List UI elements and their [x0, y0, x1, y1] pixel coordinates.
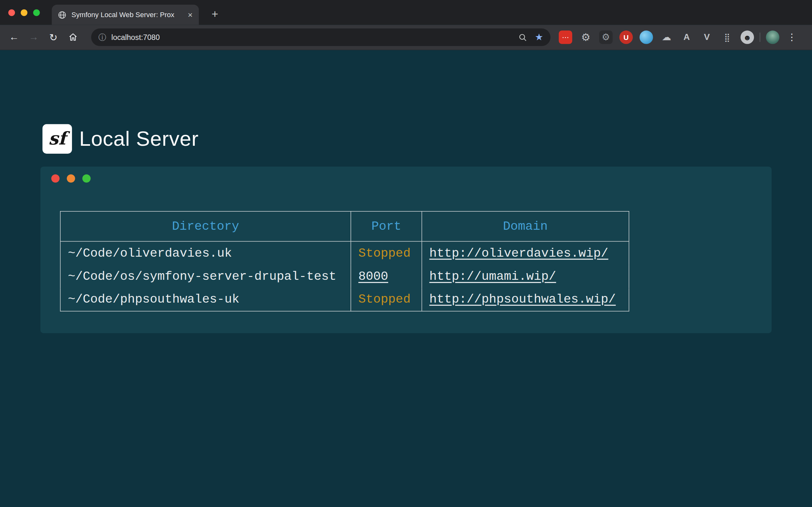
- browser-tab[interactable]: Symfony Local Web Server: Prox ×: [52, 5, 199, 25]
- tab-title: Symfony Local Web Server: Prox: [71, 11, 184, 18]
- back-button[interactable]: ←: [5, 29, 23, 46]
- url-text: localhost:7080: [111, 33, 160, 41]
- extension-ublock-icon[interactable]: U: [619, 31, 633, 44]
- extension-red-dots-icon[interactable]: ⋯: [559, 31, 572, 44]
- port-cell: Stopped: [351, 241, 422, 265]
- terminal-panel: Directory Port Domain ~/Code/oliverdavie…: [40, 167, 771, 333]
- table-row: ~/Code/phpsouthwales-uk Stopped http://p…: [60, 288, 629, 311]
- window-controls: [8, 0, 40, 25]
- globe-favicon-icon: [58, 10, 66, 19]
- domain-link[interactable]: http://phpsouthwales.wip/: [429, 292, 616, 306]
- extension-cloud-icon[interactable]: ☁: [660, 31, 673, 44]
- home-button[interactable]: [64, 29, 82, 46]
- directory-cell: ~/Code/os/symfony-server-drupal-test: [60, 265, 351, 288]
- status-stopped: Stopped: [358, 246, 411, 260]
- directory-cell: ~/Code/phpsouthwales-uk: [60, 288, 351, 311]
- page-content: sf Local Server Directory Port Domain: [0, 50, 812, 507]
- domain-link[interactable]: http://oliverdavies.wip/: [429, 246, 608, 260]
- bookmark-star-icon[interactable]: ★: [535, 32, 543, 43]
- panel-green-dot: [83, 174, 91, 182]
- browser-window: Symfony Local Web Server: Prox × + ← → ↻…: [0, 0, 812, 507]
- browser-menu-icon[interactable]: ⋮: [786, 32, 798, 43]
- extension-gear-icon[interactable]: ⚙: [579, 31, 592, 44]
- directory-cell: ~/Code/oliverdavies.uk: [60, 241, 351, 265]
- browser-toolbar: ← → ↻ ⓘ localhost:7080 ★ ⋯ ⚙ ⚙ U: [0, 25, 812, 50]
- domain-cell: http://oliverdavies.wip/: [422, 241, 629, 265]
- header-domain: Domain: [422, 211, 629, 241]
- extension-dots-grid-icon[interactable]: ⣿: [720, 31, 734, 44]
- close-window-button[interactable]: [8, 9, 15, 16]
- tab-strip: Symfony Local Web Server: Prox × +: [0, 0, 812, 25]
- tab-close-icon[interactable]: ×: [188, 10, 193, 19]
- extensions-bar: ⋯ ⚙ ⚙ U ☁ A V ⣿ ☻: [559, 31, 754, 44]
- table-row: ~/Code/os/symfony-server-drupal-test 800…: [60, 265, 629, 288]
- domain-cell: http://umami.wip/: [422, 265, 629, 288]
- table-row: ~/Code/oliverdavies.uk Stopped http://ol…: [60, 241, 629, 265]
- reload-button[interactable]: ↻: [44, 29, 62, 46]
- header-port: Port: [351, 211, 422, 241]
- panel-orange-dot: [67, 174, 75, 182]
- domain-cell: http://phpsouthwales.wip/: [422, 288, 629, 311]
- symfony-logo-glyph: sf: [49, 127, 66, 148]
- new-tab-button[interactable]: +: [207, 6, 223, 22]
- extension-octocat-icon[interactable]: ☻: [741, 31, 754, 44]
- extension-letter-a-icon[interactable]: A: [680, 31, 693, 44]
- extension-letter-v-icon[interactable]: V: [700, 31, 713, 44]
- port-cell: Stopped: [351, 288, 422, 311]
- zoom-icon[interactable]: [518, 32, 527, 42]
- status-stopped: Stopped: [358, 292, 411, 306]
- page-title: Local Server: [79, 127, 199, 151]
- symfony-logo: sf: [43, 124, 72, 154]
- site-info-icon[interactable]: ⓘ: [98, 32, 106, 42]
- table-header-row: Directory Port Domain: [60, 211, 629, 241]
- port-link[interactable]: 8000: [358, 269, 388, 283]
- panel-window-dots: [51, 174, 91, 182]
- profile-avatar[interactable]: [766, 31, 779, 44]
- header-directory: Directory: [60, 211, 351, 241]
- servers-table: Directory Port Domain ~/Code/oliverdavie…: [60, 211, 629, 312]
- minimize-window-button[interactable]: [20, 9, 27, 16]
- extension-dark-gear-icon[interactable]: ⚙: [599, 31, 612, 44]
- panel-red-dot: [51, 174, 60, 182]
- toolbar-divider: [760, 33, 760, 42]
- domain-link[interactable]: http://umami.wip/: [429, 269, 556, 283]
- forward-button[interactable]: →: [25, 29, 43, 46]
- address-bar[interactable]: ⓘ localhost:7080 ★: [91, 29, 550, 46]
- brand-header: sf Local Server: [43, 124, 199, 154]
- fullscreen-window-button[interactable]: [33, 9, 40, 16]
- port-cell: 8000: [351, 265, 422, 288]
- extension-blue-circle-icon[interactable]: [640, 31, 653, 44]
